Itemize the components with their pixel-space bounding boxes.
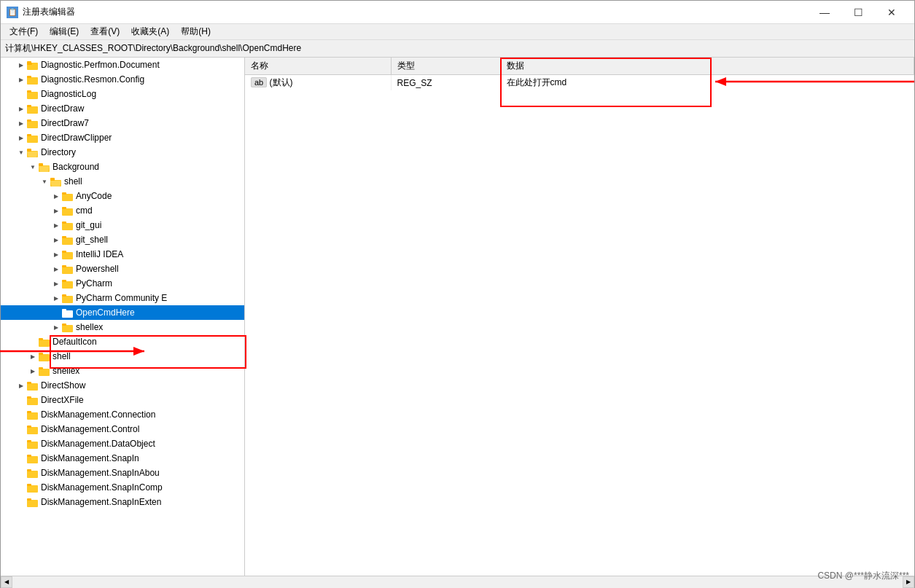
svg-rect-41 <box>62 324 66 326</box>
app-icon: 📋 <box>7 7 18 18</box>
folder-icon <box>39 351 50 361</box>
menu-bar: 文件(F) 编辑(E) 查看(V) 收藏夹(A) 帮助(H) <box>1 24 914 40</box>
tree-item-pycharm-community[interactable]: ▶ PyCharm Community E <box>1 291 244 305</box>
tree-item-diskmanagement-snapinabou[interactable]: ▶ DiskManagement.SnapInAbou <box>1 466 244 480</box>
tree-item-diskmanagement-snapinexten[interactable]: ▶ DiskManagement.SnapInExten <box>1 495 244 509</box>
tree-item-shell-bg[interactable]: ▼ shell <box>1 174 244 189</box>
title-bar-buttons: — ☐ ✕ <box>808 1 908 24</box>
svg-rect-35 <box>62 280 66 282</box>
tree-item-git-shell[interactable]: ▶ git_shell <box>1 232 244 247</box>
tree-item-anycode[interactable]: ▶ AnyCode <box>1 189 244 203</box>
tree-label: DirectDraw7 <box>41 118 244 128</box>
tree-item-background[interactable]: ▼ Background <box>1 160 244 174</box>
tree-item-diskmanagement-connection[interactable]: ▶ DiskManagement.Connection <box>1 407 244 422</box>
folder-open-icon <box>39 162 50 172</box>
tree-item-diagnosticlog[interactable]: ▶ DiagnosticLog <box>1 87 244 101</box>
svg-rect-14 <box>27 149 31 152</box>
watermark: CSDN @***静水流深*** <box>817 570 909 582</box>
registry-table: 名称 类型 数据 ab (默认) REG_SZ 在此处打开cmd <box>245 58 914 90</box>
tree-item-cmd[interactable]: ▶ cmd <box>1 203 244 218</box>
folder-icon <box>27 395 39 405</box>
tree-item-directdraw7[interactable]: ▶ DirectDraw7 <box>1 116 244 130</box>
folder-icon <box>27 118 39 128</box>
tree-item-git-gui[interactable]: ▶ git_gui <box>1 218 244 232</box>
tree-item-shellex-bg[interactable]: ▶ shellex <box>1 320 244 334</box>
col-name: 名称 <box>245 58 391 75</box>
tree-item-directdraw[interactable]: ▶ DirectDraw <box>1 101 244 116</box>
tree-item-powershell[interactable]: ▶ Powershell <box>1 262 244 276</box>
folder-icon <box>27 74 39 85</box>
tree-panel[interactable]: ▶ Diagnostic.Perfmon.Document ▶ Diagnost… <box>1 58 245 576</box>
tree-item-defaulticon[interactable]: ▶ DefaultIcon <box>1 334 244 349</box>
tree-label: Directory <box>41 147 244 157</box>
tree-item-shellex-dir[interactable]: ▶ shellex <box>1 364 244 378</box>
menu-help[interactable]: 帮助(H) <box>175 24 217 39</box>
window-title: 注册表编辑器 <box>23 6 808 18</box>
tree-label: DirectShow <box>41 380 244 391</box>
reg-name: ab (默认) <box>245 75 391 91</box>
reg-data: 在此处打开cmd <box>500 75 914 91</box>
svg-rect-50 <box>27 398 38 405</box>
tree-label: DefaultIcon <box>52 337 244 347</box>
folder-icon <box>62 293 74 303</box>
tree-label: PyCharm Community E <box>76 293 244 303</box>
tree-label: AnyCode <box>76 191 244 201</box>
svg-rect-23 <box>62 192 66 195</box>
tree-item-directshow[interactable]: ▶ DirectShow <box>1 378 244 393</box>
tree-item-diagnostic-perfmon[interactable]: ▶ Diagnostic.Perfmon.Document <box>1 58 244 72</box>
folder-icon <box>62 220 74 230</box>
menu-edit[interactable]: 编辑(E) <box>44 24 85 39</box>
reg-type: REG_SZ <box>391 75 500 91</box>
folder-icon <box>27 439 39 449</box>
svg-rect-44 <box>39 354 50 361</box>
folder-icon <box>62 264 74 274</box>
svg-rect-60 <box>27 471 38 478</box>
tree-item-opencmdhere[interactable]: ▶ OpenCmdHere <box>1 305 244 320</box>
tree-item-diskmanagement-snapincomp[interactable]: ▶ DiskManagement.SnapInComp <box>1 480 244 495</box>
main-content: ▶ Diagnostic.Perfmon.Document ▶ Diagnost… <box>1 58 914 576</box>
tree-item-diskmanagement-control[interactable]: ▶ DiskManagement.Control <box>1 422 244 436</box>
expand-icon: ▶ <box>50 292 62 304</box>
folder-icon <box>39 337 50 347</box>
tree-item-directory[interactable]: ▼ Directory <box>1 145 244 160</box>
tree-item-directdrawclipper[interactable]: ▶ DirectDrawClipper <box>1 130 244 145</box>
tree-label: DiskManagement.DataObject <box>41 439 244 449</box>
svg-rect-57 <box>27 440 31 442</box>
svg-rect-12 <box>27 134 31 136</box>
address-bar: 计算机\HKEY_CLASSES_ROOT\Directory\Backgrou… <box>1 40 914 58</box>
table-row[interactable]: ab (默认) REG_SZ 在此处打开cmd <box>245 75 914 91</box>
default-badge: ab <box>251 77 267 87</box>
svg-rect-11 <box>27 136 38 143</box>
title-bar: 📋 注册表编辑器 — ☐ ✕ <box>1 1 914 24</box>
tree-item-intellij[interactable]: ▶ IntelliJ IDEA <box>1 247 244 262</box>
minimize-button[interactable]: — <box>808 1 841 24</box>
folder-icon <box>62 235 74 245</box>
scroll-left-button[interactable]: ◀ <box>1 576 12 588</box>
tree-item-diskmanagement-dataobject[interactable]: ▶ DiskManagement.DataObject <box>1 436 244 451</box>
tree-item-diskmanagement-snapin[interactable]: ▶ DiskManagement.SnapIn <box>1 451 244 466</box>
svg-rect-26 <box>62 223 73 230</box>
tree-item-diagnostic-resmon[interactable]: ▶ Diagnostic.Resmon.Config <box>1 72 244 87</box>
svg-rect-42 <box>39 340 50 347</box>
expand-icon: ▶ <box>27 350 39 362</box>
folder-icon <box>62 191 74 201</box>
expand-icon: ▶ <box>50 234 62 246</box>
bottom-scrollbar[interactable]: ◀ ▶ <box>1 576 914 587</box>
svg-rect-39 <box>62 309 66 311</box>
tree-label: shell <box>52 351 244 361</box>
tree-item-pycharm[interactable]: ▶ PyCharm <box>1 276 244 291</box>
svg-rect-37 <box>62 294 66 297</box>
tree-label: Diagnostic.Perfmon.Document <box>41 60 244 70</box>
tree-item-shell-dir[interactable]: ▶ shell <box>1 349 244 364</box>
svg-rect-45 <box>39 353 43 355</box>
col-data: 数据 <box>500 58 914 75</box>
tree-label: DiagnosticLog <box>41 89 244 99</box>
tree-item-directxfile[interactable]: ▶ DirectXFile <box>1 393 244 407</box>
expand-icon: ▶ <box>50 219 62 231</box>
menu-favorites[interactable]: 收藏夹(A) <box>125 24 175 39</box>
menu-file[interactable]: 文件(F) <box>4 24 44 39</box>
close-button[interactable]: ✕ <box>875 1 908 24</box>
menu-view[interactable]: 查看(V) <box>85 24 125 39</box>
svg-rect-22 <box>62 194 73 201</box>
maximize-button[interactable]: ☐ <box>841 1 875 24</box>
